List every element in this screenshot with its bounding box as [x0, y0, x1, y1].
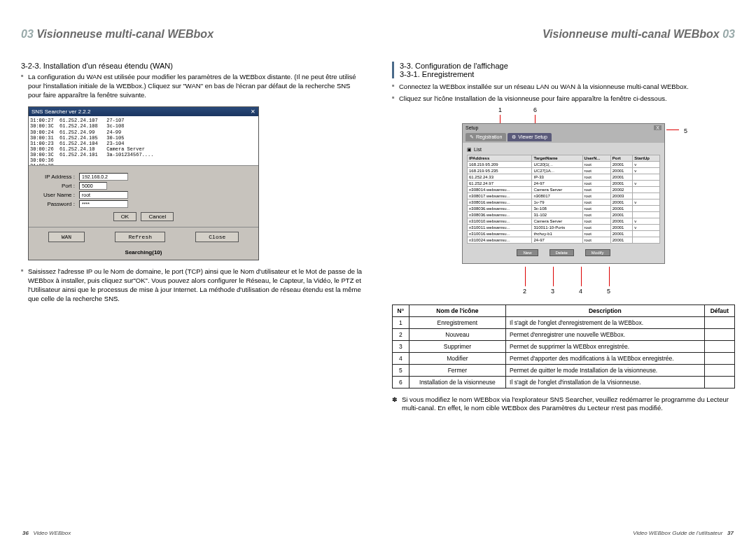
footer-text-right: Video WEBbox Guide de l'utilisateur: [633, 530, 722, 536]
chapter-header-right: Visionneuse multi-canal WEBbox 03: [392, 28, 735, 41]
col-name: Nom de l'icône: [409, 304, 505, 316]
refresh-button[interactable]: Refresh: [115, 232, 165, 242]
chapter-title: Visionneuse multi-canal WEBbox: [36, 28, 214, 40]
callout-1: 1: [498, 106, 502, 113]
table-row: 1EnregistrementIl s'agit de l'onglet d'e…: [393, 316, 735, 328]
tab-registration[interactable]: ✎ Registration: [465, 133, 506, 141]
page-number-right: 37: [727, 530, 734, 536]
new-button[interactable]: New: [517, 249, 538, 256]
footer-right: Video WEBbox Guide de l'utilisateur 37: [633, 530, 734, 536]
page-number-left: 36: [22, 530, 29, 536]
section-title-text: 3-3. Configuration de l'affichage: [400, 62, 508, 70]
callout-3: 3: [551, 288, 554, 295]
col-desc: Description: [506, 304, 705, 316]
table-row[interactable]: n310010.websamsu...Camera Serverroot2000…: [468, 218, 660, 224]
tab-viewer-setup-label: Viewer Setup: [518, 134, 547, 139]
table-header: Port: [610, 155, 632, 161]
chapter-number: 03: [722, 28, 735, 40]
table-row[interactable]: n310024.websamsu...24-97root20001: [468, 237, 660, 243]
table-header: IPAddress: [468, 155, 532, 161]
table-header: UserN...: [582, 155, 610, 161]
para-wan-intro: La configuration du WAN est utilisée pou…: [21, 73, 364, 99]
callout-5: 5: [684, 127, 687, 134]
col-n: N°: [393, 304, 410, 316]
ip-label: IP Address :: [38, 174, 79, 180]
table-row: 3SupprimerPermet de supprimer la WEBbox …: [393, 340, 735, 352]
sns-title-text: SNS Searcher ver 2.2.2: [31, 108, 90, 115]
table-row[interactable]: n308036.websamsu...31-102root20001: [468, 211, 660, 218]
left-page: 03 Visionneuse multi-canal WEBbox 3-2-3.…: [21, 28, 364, 490]
port-input[interactable]: 5000: [79, 182, 107, 190]
port-label: Port :: [38, 183, 79, 189]
table-row[interactable]: n310016.websamsu...thchoy-b1root20001: [468, 230, 660, 237]
subsection-title: 3-2-3. Installation d'un réseau étendu (…: [21, 62, 364, 70]
ip-input[interactable]: 192.168.0.2: [79, 173, 128, 181]
setup-close-icon[interactable]: X: [654, 125, 662, 130]
registration-table[interactable]: IPAddressTargetNameUserN...PortStartUp 1…: [467, 155, 660, 244]
table-row: 2NouveauPermet d'enregistrer une nouvell…: [393, 328, 735, 340]
close-icon[interactable]: ✕: [251, 108, 255, 115]
setup-window: Setup X ✎ Registration ⚙ Viewer Setup ▣: [462, 123, 665, 264]
section-title: 3-3. Configuration de l'affichage 3-3-1.…: [392, 62, 735, 78]
sns-form-panel: IP Address : 192.168.0.2 Port : 5000 Use…: [29, 165, 258, 227]
callouts-bottom: 2 3 4 5: [448, 267, 679, 299]
callout-4: 4: [579, 288, 582, 295]
icon-description-table: N° Nom de l'icône Description Défaut 1En…: [392, 304, 735, 388]
table-row: 5FermerPermet de quitter le mode Install…: [393, 364, 735, 376]
table-row[interactable]: n308017.websamsu...n308017root20003: [468, 192, 660, 199]
col-def: Défaut: [704, 304, 734, 316]
pass-input[interactable]: ****: [79, 200, 128, 208]
modify-button[interactable]: Modify: [585, 249, 610, 256]
sns-bottom-buttons: WAN Refresh Close: [29, 227, 258, 246]
close-button[interactable]: Close: [195, 232, 239, 242]
callouts-top: 1 6: [448, 106, 679, 120]
table-row[interactable]: n308016.websamsu...1v-79root20001v: [468, 199, 660, 205]
table-row[interactable]: n308036.websamsu...3c-108root20001: [468, 205, 660, 211]
pass-label: Password :: [38, 201, 79, 207]
table-header: TargetName: [532, 155, 582, 161]
sns-status: Searching(10): [29, 246, 258, 260]
table-row[interactable]: 168.219.95.235UC27[1A...root20001v: [468, 167, 660, 174]
subsection-title-text: 3-3-1. Enregistrement: [400, 70, 474, 78]
sns-titlebar: SNS Searcher ver 2.2.2 ✕: [29, 107, 258, 116]
user-label: User Name :: [38, 192, 79, 198]
note-sns-rename: Si vous modifiez le nom WEBbox via l'exp…: [392, 396, 735, 414]
chapter-number: 03: [21, 28, 34, 40]
right-page: Visionneuse multi-canal WEBbox 03 3-3. C…: [392, 28, 735, 490]
para-connect: Connectez la WEBbox installée sur un rés…: [392, 83, 735, 92]
callout-2: 2: [523, 288, 526, 295]
callout-5b: 5: [607, 288, 610, 295]
delete-button[interactable]: Delete: [550, 249, 574, 256]
footer-left: 36 Video WEBbox: [22, 530, 71, 536]
para-click-install: Cliquez sur l'icône Installation de la v…: [392, 94, 735, 104]
cancel-button[interactable]: Cancel: [141, 212, 174, 221]
table-header: StartUp: [633, 155, 660, 161]
tab-registration-label: Registration: [476, 134, 502, 139]
chapter-title: Visionneuse multi-canal WEBbox: [542, 28, 720, 40]
table-row[interactable]: n308014.websamsu...Camera Serverroot2000…: [468, 186, 660, 192]
footer-text-left: Video WEBbox: [34, 530, 71, 536]
ok-button[interactable]: OK: [113, 212, 137, 221]
list-icon: ▣: [467, 147, 472, 153]
callout-6: 6: [533, 106, 537, 113]
wan-button[interactable]: WAN: [48, 232, 85, 242]
sns-searcher-window: SNS Searcher ver 2.2.2 ✕ 31:00:27 61.252…: [28, 106, 259, 260]
chapter-header-left: 03 Visionneuse multi-canal WEBbox: [21, 28, 364, 41]
registration-icon: ✎: [470, 134, 474, 140]
setup-title: Setup: [465, 125, 478, 130]
table-row[interactable]: n310011.websamsu...310011-10-Portsroot20…: [468, 224, 660, 230]
table-row[interactable]: 168.219.95.209UC20[1(...root20001v: [468, 161, 660, 167]
user-input[interactable]: root: [79, 191, 128, 199]
list-label: List: [474, 147, 482, 152]
table-row: 4ModifierPermet d'apporter des modificat…: [393, 352, 735, 364]
table-row: 6Installation de la visionneuseIl s'agit…: [393, 376, 735, 388]
table-row[interactable]: 61.252.24.9724-97root20001v: [468, 180, 660, 186]
table-row[interactable]: 61.252.24.33IP-33root20001: [468, 174, 660, 180]
gear-icon: ⚙: [512, 134, 516, 140]
sns-device-list[interactable]: 31:00:27 61.252.24.107 27-107 30:00:3C 6…: [29, 116, 258, 165]
tab-viewer-setup[interactable]: ⚙ Viewer Setup: [507, 133, 552, 141]
para-wan-steps: Saisissez l'adresse IP ou le Nom de doma…: [21, 267, 364, 303]
